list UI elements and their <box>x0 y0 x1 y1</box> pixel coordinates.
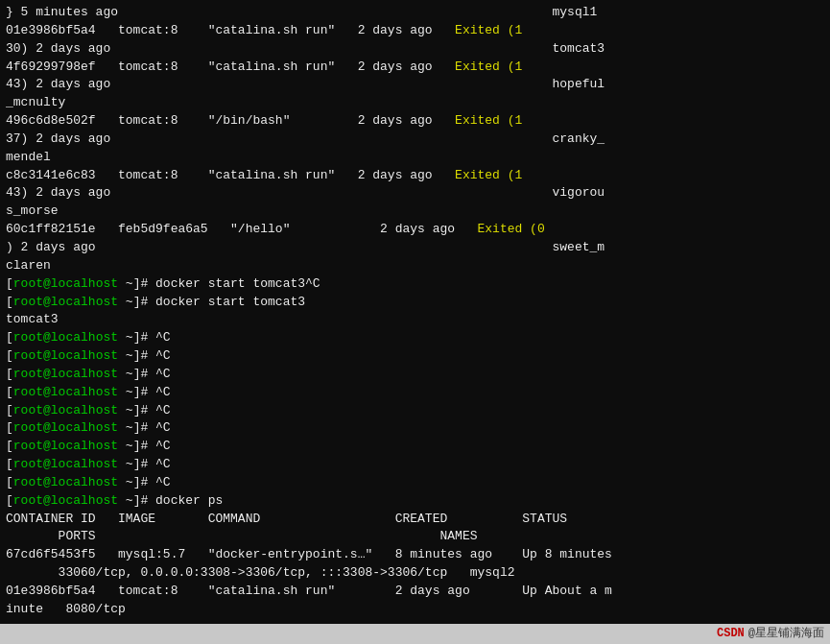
terminal-header-line: CONTAINER ID IMAGE COMMAND CREATED STATU… <box>6 511 824 529</box>
terminal-prompt-line: [root@localhost ~]# ^C <box>6 347 824 366</box>
terminal-line: mendel <box>6 149 824 167</box>
terminal-prompt-line: [root@localhost ~]# ^C <box>6 456 824 474</box>
terminal-prompt-line: [root@localhost ~]# ^C <box>6 419 824 438</box>
terminal-line: 43) 2 days ago hopeful <box>6 76 824 94</box>
terminal-prompt-line: [root@localhost ~]# docker start tomcat3 <box>6 294 824 312</box>
terminal-line: ) 2 days ago sweet_m <box>6 239 824 257</box>
terminal-window: } 5 minutes ago mysql1 01e3986bf5a4 tomc… <box>0 0 830 644</box>
terminal-line: 60c1ff82151e feb5d9fea6a5 "/hello" 2 day… <box>6 221 824 239</box>
terminal-line: 496c6d8e502f tomcat:8 "/bin/bash" 2 days… <box>6 112 824 131</box>
csdn-logo: CSDN <box>717 626 745 642</box>
terminal-line: 01e3986bf5a4 tomcat:8 "catalina.sh run" … <box>6 583 824 601</box>
terminal-prompt-line: [root@localhost ~]# ^C <box>6 474 824 492</box>
terminal-prompt-line: [root@localhost ~]# ^C <box>6 366 824 384</box>
site-attribution: @星星铺满海面 <box>748 626 824 642</box>
terminal-line: _mcnulty <box>6 94 824 112</box>
terminal-line: 33060/tcp, 0.0.0.0:3308->3306/tcp, :::33… <box>6 564 824 583</box>
terminal-prompt-line: [root@localhost ~]# ^C <box>6 438 824 456</box>
terminal-line: tomcat3 <box>6 311 824 329</box>
terminal-prompt-line: [root@localhost ~]# ^C <box>6 384 824 402</box>
terminal-line: 67cd6f5453f5 mysql:5.7 "docker-entrypoin… <box>6 546 824 564</box>
terminal-line: 43) 2 days ago vigorou <box>6 184 824 203</box>
terminal-header-line: PORTS NAMES <box>6 528 824 546</box>
bottom-bar: CSDN @星星铺满海面 <box>0 624 830 644</box>
terminal-line: claren <box>6 257 824 275</box>
terminal-prompt-line: [root@localhost ~]# docker ps <box>6 492 824 511</box>
terminal-line: inute 8080/tcp <box>6 601 824 619</box>
terminal-line: } 5 minutes ago mysql1 <box>6 4 824 22</box>
terminal-prompt-line: [root@localhost ~]# ^C <box>6 329 824 347</box>
terminal-prompt-line: [root@localhost ~]# ^C <box>6 402 824 420</box>
terminal-line: 30) 2 days ago tomcat3 <box>6 40 824 59</box>
terminal-line: 01e3986bf5a4 tomcat:8 "catalina.sh run" … <box>6 22 824 40</box>
terminal-line: s_morse <box>6 203 824 221</box>
terminal-line: c8c3141e6c83 tomcat:8 "catalina.sh run" … <box>6 167 824 185</box>
terminal-line: 4f69299798ef tomcat:8 "catalina.sh run" … <box>6 59 824 77</box>
terminal-line: 37) 2 days ago cranky_ <box>6 131 824 149</box>
terminal-prompt-line: [root@localhost ~]# docker start tomcat3… <box>6 275 824 294</box>
